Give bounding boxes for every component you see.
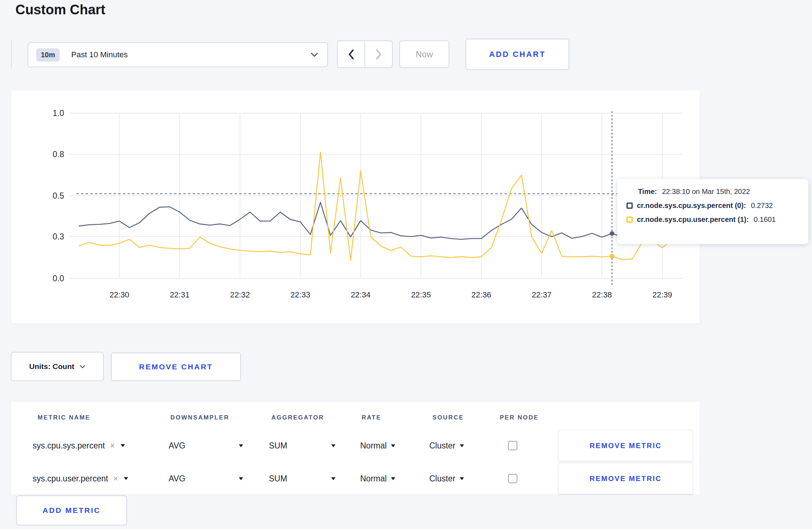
downsampler-value: AVG: [169, 474, 185, 484]
downsampler-dropdown[interactable]: AVG: [169, 474, 243, 484]
dropdown-arrow-icon: [460, 477, 464, 480]
per-node-checkbox[interactable]: [508, 474, 517, 483]
page-title: Custom Chart: [15, 2, 105, 18]
add-chart-button[interactable]: ADD CHART: [465, 39, 569, 70]
metric-row: sys.cpu.user.percent × AVG SUM Normal Cl…: [11, 462, 700, 495]
dropdown-arrow-icon: [124, 477, 128, 480]
column-header: PER NODE: [500, 414, 539, 421]
rate-value: Normal: [360, 474, 387, 484]
add-metric-button[interactable]: ADD METRIC: [16, 495, 127, 525]
source-value: Cluster: [429, 441, 455, 451]
remove-chart-button[interactable]: REMOVE CHART: [111, 353, 241, 381]
rate-dropdown[interactable]: Normal: [360, 441, 395, 451]
remove-metric-button[interactable]: REMOVE METRIC: [558, 430, 693, 461]
units-label: Units: Count: [29, 362, 74, 371]
column-header: DOWNSAMPLER: [170, 414, 229, 421]
x-axis-tick-label: 22:34: [351, 290, 371, 299]
time-window-badge: 10m: [36, 48, 60, 62]
column-header: METRIC NAME: [38, 414, 90, 421]
dropdown-arrow-icon: [460, 444, 464, 447]
custom-chart-page: { "page": { "title": "Custom Chart" }, "…: [0, 0, 812, 529]
aggregator-value: SUM: [269, 441, 287, 451]
x-axis-tick-label: 22:39: [652, 290, 672, 299]
crosshair-point-marker: [610, 231, 614, 236]
downsampler-dropdown[interactable]: AVG: [169, 441, 243, 451]
time-forward-button[interactable]: [364, 41, 392, 67]
y-axis-tick-label: 0.8: [53, 150, 64, 159]
x-axis-tick-label: 22:33: [290, 290, 310, 299]
column-header: SOURCE: [432, 414, 464, 421]
aggregator-dropdown[interactable]: SUM: [269, 474, 335, 484]
series-line: [79, 152, 672, 260]
dropdown-arrow-icon: [391, 477, 395, 480]
tooltip-series-row: cr.node.sys.cpu.sys.percent (0):0.2732: [627, 202, 799, 210]
y-axis-tick-label: 0.0: [53, 274, 64, 283]
dropdown-arrow-icon: [331, 477, 335, 480]
tooltip-series-list: cr.node.sys.cpu.sys.percent (0):0.2732cr…: [627, 202, 799, 224]
source-value: Cluster: [429, 474, 455, 484]
metric-name-dropdown[interactable]: sys.cpu.user.percent ×: [33, 474, 128, 484]
time-window-label: Past 10 Minutes: [71, 50, 311, 59]
metric-name: sys.cpu.user.percent: [33, 474, 108, 484]
per-node-checkbox[interactable]: [508, 441, 517, 450]
aggregator-dropdown[interactable]: SUM: [269, 441, 335, 451]
series-legend-swatch-icon: [627, 203, 633, 209]
chevron-down-icon: [80, 365, 85, 368]
y-axis-tick-label: 1.0: [53, 108, 64, 118]
chevron-right-icon: [376, 49, 382, 60]
tooltip-series-label: cr.node.sys.cpu.sys.percent (0):: [637, 202, 746, 210]
source-dropdown[interactable]: Cluster: [429, 441, 464, 451]
x-axis-tick-label: 22:38: [592, 290, 612, 299]
chart-panel[interactable]: 0.00.30.50.81.022:3022:3122:3222:3322:34…: [11, 89, 700, 324]
chart-hover-tooltip: Time: 22:38:10 on Mar 15th, 2022 cr.node…: [617, 179, 808, 244]
time-nav-group: [337, 40, 393, 68]
metric-name: sys.cpu.sys.percent: [33, 441, 105, 451]
x-axis-tick-label: 22:35: [411, 290, 431, 299]
now-button[interactable]: Now: [399, 40, 449, 68]
metric-name-dropdown[interactable]: sys.cpu.sys.percent ×: [33, 441, 125, 451]
tooltip-series-row: cr.node.sys.cpu.user.percent (1):0.1601: [627, 215, 799, 224]
metrics-table-header: METRIC NAMEDOWNSAMPLERAGGREGATORRATESOUR…: [11, 411, 700, 425]
aggregator-value: SUM: [269, 474, 287, 484]
x-axis-tick-label: 22:36: [472, 290, 491, 299]
y-axis-tick-label: 0.3: [53, 232, 64, 241]
y-axis-tick-label: 0.5: [53, 191, 64, 200]
dropdown-arrow-icon: [239, 444, 243, 447]
x-axis-tick-label: 22:31: [170, 290, 189, 299]
dropdown-arrow-icon: [331, 444, 335, 447]
rate-dropdown[interactable]: Normal: [360, 474, 395, 484]
crosshair-point-marker: [610, 254, 614, 258]
time-back-button[interactable]: [338, 41, 364, 67]
tooltip-series-value: 0.2732: [751, 202, 773, 210]
timeseries-chart[interactable]: 0.00.30.50.81.022:3022:3122:3222:3322:34…: [11, 90, 701, 324]
remove-metric-button[interactable]: REMOVE METRIC: [558, 463, 693, 494]
tooltip-time-label: Time:: [638, 188, 657, 196]
dropdown-arrow-icon: [121, 444, 125, 447]
units-dropdown[interactable]: Units: Count: [11, 352, 104, 381]
metric-row: sys.cpu.sys.percent × AVG SUM Normal Clu…: [11, 429, 700, 462]
tooltip-time-value: 22:38:10 on Mar 15th, 2022: [662, 188, 750, 196]
metrics-table: METRIC NAMEDOWNSAMPLERAGGREGATORRATESOUR…: [11, 401, 700, 495]
x-axis-tick-label: 22:30: [110, 290, 129, 299]
column-header: RATE: [362, 414, 381, 421]
dropdown-arrow-icon: [391, 444, 395, 447]
rate-value: Normal: [360, 441, 387, 451]
source-dropdown[interactable]: Cluster: [429, 474, 464, 484]
x-axis-tick-label: 22:37: [532, 290, 551, 299]
x-axis-tick-label: 22:32: [230, 290, 250, 299]
time-window-dropdown[interactable]: 10m Past 10 Minutes: [28, 42, 328, 67]
series-legend-swatch-icon: [627, 217, 633, 223]
chevron-down-icon: [311, 53, 318, 57]
remove-metric-x-icon[interactable]: ×: [113, 474, 118, 484]
series-line: [79, 202, 672, 239]
column-header: AGGREGATOR: [271, 414, 324, 421]
chevron-left-icon: [348, 49, 354, 60]
tooltip-series-value: 0.1601: [754, 215, 775, 224]
dropdown-arrow-icon: [239, 477, 243, 480]
remove-metric-x-icon[interactable]: ×: [110, 441, 115, 451]
tooltip-series-label: cr.node.sys.cpu.user.percent (1):: [637, 215, 749, 224]
toolbar-left-divider: [11, 40, 12, 68]
downsampler-value: AVG: [169, 441, 185, 451]
